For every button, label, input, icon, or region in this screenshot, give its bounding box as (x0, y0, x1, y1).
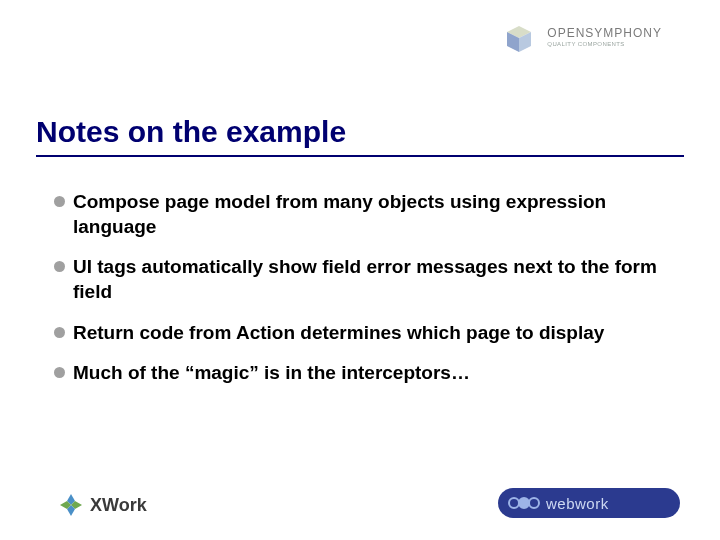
bullet-icon (54, 367, 65, 378)
brand-text-block: OPENSYMPHONY QUALITY COMPONENTS (547, 27, 662, 48)
bullet-text: UI tags automatically show field error m… (73, 255, 664, 304)
webwork-label: webwork (546, 495, 609, 512)
xwork-icon (58, 492, 84, 518)
title-underline (36, 155, 684, 157)
bullet-icon (54, 327, 65, 338)
brand-name: OPENSYMPHONY (547, 27, 662, 40)
list-item: Much of the “magic” is in the intercepto… (54, 361, 664, 386)
bullet-text: Much of the “magic” is in the intercepto… (73, 361, 470, 386)
webwork-icon (508, 497, 540, 509)
brand-tagline: QUALITY COMPONENTS (547, 41, 662, 48)
xwork-label: XWork (90, 495, 147, 516)
webwork-brand: webwork (498, 488, 680, 518)
xwork-brand: XWork (58, 492, 147, 518)
list-item: Compose page model from many objects usi… (54, 190, 664, 239)
bullet-list: Compose page model from many objects usi… (54, 190, 664, 402)
list-item: Return code from Action determines which… (54, 321, 664, 346)
header-brand: OPENSYMPHONY QUALITY COMPONENTS (501, 18, 662, 56)
bullet-icon (54, 196, 65, 207)
bullet-text: Return code from Action determines which… (73, 321, 604, 346)
opensymphony-cube-icon (501, 18, 539, 56)
bullet-text: Compose page model from many objects usi… (73, 190, 664, 239)
page-title: Notes on the example (36, 115, 346, 149)
bullet-icon (54, 261, 65, 272)
footer: XWork webwork (0, 486, 720, 518)
list-item: UI tags automatically show field error m… (54, 255, 664, 304)
